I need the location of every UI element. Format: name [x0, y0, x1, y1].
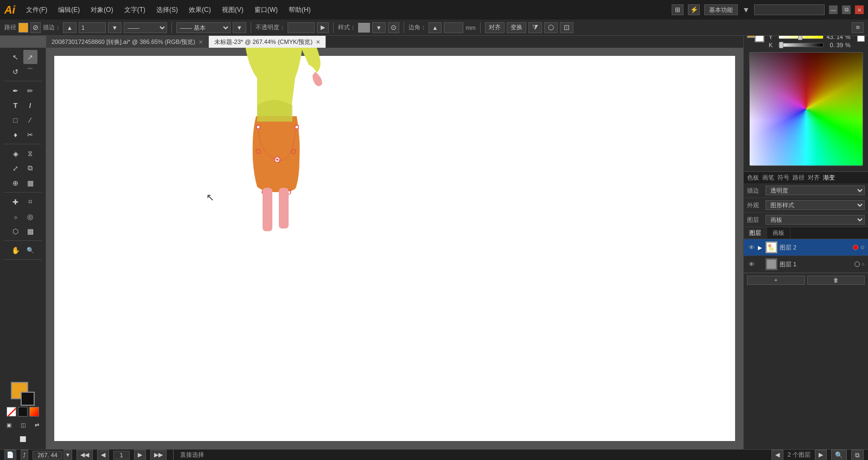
background-swatch[interactable] — [21, 392, 35, 406]
fill-swatch[interactable] — [18, 23, 28, 33]
new-layer-btn[interactable]: + — [747, 276, 805, 285]
eyedropper-tool[interactable]: ⬦ — [9, 209, 23, 223]
search-input[interactable] — [754, 4, 825, 15]
slice-tool[interactable]: ⌗ — [23, 195, 37, 209]
minimize-button[interactable]: — — [829, 5, 838, 14]
canvas-btn[interactable]: ⬜ — [11, 433, 35, 445]
status-nav-right[interactable]: ▶ — [815, 450, 827, 461]
menu-object[interactable]: 对象(O) — [88, 4, 115, 16]
stroke-weight-up[interactable]: ▲ — [63, 22, 76, 33]
nav-back-btn[interactable]: ◀ — [97, 450, 109, 461]
artboard-tool[interactable]: ✚ — [9, 195, 23, 209]
eraser-tool[interactable]: ◈ — [9, 146, 23, 161]
layer-1-eye[interactable]: 👁 — [747, 260, 756, 269]
red-swatch[interactable] — [29, 407, 39, 417]
nav-end-btn[interactable]: ▶▶ — [150, 450, 167, 461]
menu-text[interactable]: 文字(T) — [122, 4, 148, 16]
blend-tool[interactable]: ⬡ — [9, 224, 23, 238]
status-export-btn[interactable]: ⤴ — [21, 450, 28, 461]
transform-btn[interactable]: 变换 — [507, 22, 526, 33]
swap-colors-btn[interactable]: ⇄ — [31, 419, 43, 431]
layers-tab-artboard[interactable]: 画板 — [767, 227, 790, 239]
stroke-weight-down[interactable]: ▼ — [108, 22, 122, 33]
line-tool[interactable]: / — [23, 98, 37, 112]
nav-prev-btn[interactable]: ◀◀ — [76, 450, 93, 461]
select-tool[interactable]: ↖ — [9, 50, 23, 64]
text-tool[interactable]: T — [9, 98, 23, 112]
menu-window[interactable]: 窗口(W) — [252, 4, 280, 16]
fill-pattern-btn[interactable]: ◫ — [17, 419, 29, 431]
graph-tool[interactable]: ▩ — [23, 224, 37, 238]
stroke-profile-btn[interactable]: ▼ — [233, 22, 246, 33]
layer-2-color[interactable] — [853, 245, 858, 250]
zoom-down-btn[interactable]: ▼ — [63, 450, 72, 461]
stroke-none-btn[interactable]: ⊘ — [30, 22, 41, 33]
status-nav-left[interactable]: ◀ — [771, 450, 783, 461]
tab-0[interactable]: 2008730172458860 [转换].ai* @ 386.65% (RGB… — [46, 36, 209, 48]
layer-attrib-select[interactable]: 画板 — [765, 215, 865, 225]
corner-value-input[interactable]: 0 — [444, 22, 463, 33]
layers-tab-layers[interactable]: 图层 — [744, 227, 767, 239]
panel-brush-tab[interactable]: 画笔 — [762, 174, 774, 182]
stroke-profile-select[interactable]: —— 基本 — [176, 22, 231, 33]
toolbar-icon-2[interactable]: ⚡ — [688, 4, 700, 15]
status-doc-btn[interactable]: 📄 — [4, 450, 16, 461]
panel-options-btn[interactable]: ≡ — [852, 22, 864, 33]
layer-2-eye[interactable]: 👁 — [747, 243, 756, 252]
menu-file[interactable]: 文件(F) — [24, 4, 49, 16]
rotate-tool[interactable]: ↺ — [9, 65, 23, 79]
layer-item-2[interactable]: 👁 ▶ 图层 2 ⊙ — [744, 239, 868, 256]
status-search-btn[interactable]: 🔍 — [831, 450, 847, 461]
warp-tool[interactable]: ⧖ — [23, 146, 37, 161]
corner-up-btn[interactable]: ▲ — [429, 22, 442, 33]
chart-tool[interactable]: ▦ — [23, 176, 37, 190]
appearance-attrib-select[interactable]: 图形样式 — [765, 200, 865, 210]
pen-tool[interactable]: ✒ — [9, 84, 23, 98]
delete-layer-btn[interactable]: 🗑 — [807, 276, 865, 285]
line-seg-tool[interactable]: ⁄ — [23, 113, 37, 127]
opacity-input[interactable]: 100% — [288, 22, 315, 33]
stroke-style-select[interactable]: —— — [124, 22, 167, 33]
rect-tool[interactable]: □ — [9, 113, 23, 127]
opacity-btn[interactable]: ▶ — [317, 22, 329, 33]
pencil-tool[interactable]: ✏ — [23, 84, 37, 98]
channel-k-slider-thumb[interactable] — [779, 42, 783, 48]
align-btn[interactable]: 对齐 — [485, 22, 505, 33]
menu-effect[interactable]: 效果(C) — [187, 4, 213, 16]
panel-symbol-tab[interactable]: 符号 — [777, 174, 789, 182]
perspective-btn[interactable]: ⬡ — [544, 22, 558, 33]
layer-2-expand[interactable]: ▶ — [758, 245, 763, 251]
color-spectrum[interactable] — [749, 52, 863, 166]
workspace-button[interactable]: 基本功能 — [704, 4, 738, 15]
direct-select-tool[interactable]: ↗ — [23, 50, 37, 64]
menu-view[interactable]: 视图(V) — [220, 4, 246, 16]
toolbar-icon-1[interactable]: ⊞ — [672, 4, 684, 15]
panel-path-tab[interactable]: 路径 — [793, 174, 805, 182]
menu-help[interactable]: 帮助(H) — [286, 4, 313, 16]
free-transform-tool[interactable]: ⧉ — [23, 161, 37, 175]
page-input[interactable] — [113, 451, 130, 459]
layer-1-options[interactable]: ○ — [862, 261, 865, 267]
layer-1-color[interactable] — [854, 261, 860, 267]
stroke-attrib-select[interactable]: 透明度 — [765, 186, 865, 195]
layer-item-1[interactable]: 👁 图层 1 ○ — [744, 256, 868, 273]
none-swatch[interactable] — [7, 407, 16, 417]
layer-2-options[interactable]: ⊙ — [860, 245, 865, 250]
expand-btn[interactable]: ⊡ — [560, 22, 573, 33]
menu-select[interactable]: 选择(S) — [154, 4, 180, 16]
lasso-tool[interactable]: ⌒ — [23, 65, 37, 79]
stroke-weight-input[interactable] — [79, 22, 106, 33]
tab-1[interactable]: 未标题-23* @ 267.44% (CMYK/预览) ✕ — [209, 36, 326, 48]
hand-tool[interactable]: ✋ — [9, 243, 23, 257]
brush-tool[interactable]: ♦ — [9, 127, 23, 142]
tab-close-1[interactable]: ✕ — [316, 39, 320, 45]
symbol-spray-tool[interactable]: ⊕ — [9, 176, 23, 190]
panel-gradient-tab[interactable]: 渐变 — [823, 174, 835, 182]
measure-tool[interactable]: ◎ — [23, 209, 37, 223]
appearance-btn[interactable]: ⊙ — [388, 22, 399, 33]
envelope-btn[interactable]: ⧩ — [528, 22, 542, 33]
panel-align-tab[interactable]: 对齐 — [808, 174, 820, 182]
fill-gradient-btn[interactable]: ▣ — [3, 419, 15, 431]
close-button[interactable]: ✕ — [855, 5, 864, 14]
status-layers-btn[interactable]: ⧉ — [851, 450, 864, 461]
